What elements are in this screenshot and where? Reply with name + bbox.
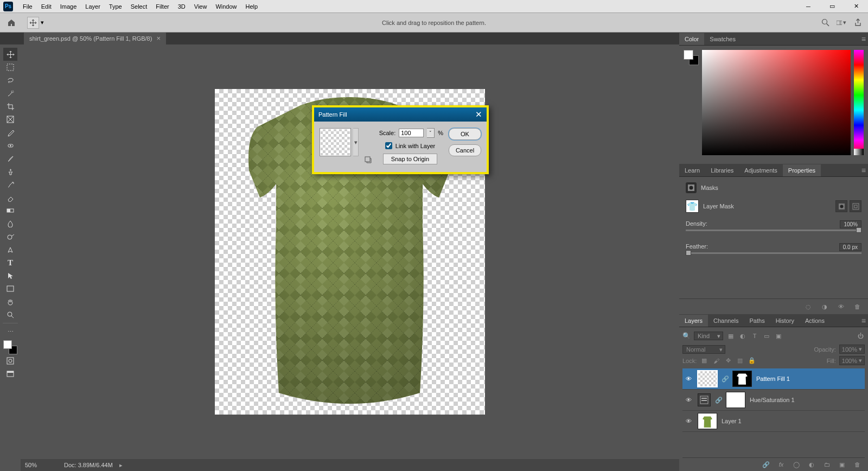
layer-name[interactable]: Layer 1	[722, 418, 742, 424]
edit-toolbar-icon[interactable]: ⋯	[3, 325, 17, 338]
workspace-icon[interactable]: ▾	[837, 18, 846, 28]
filter-type-icon[interactable]: T	[750, 332, 759, 340]
menu-layer[interactable]: Layer	[81, 0, 105, 13]
tab-adjustments[interactable]: Adjustments	[739, 164, 783, 176]
menu-select[interactable]: Select	[126, 0, 152, 13]
menu-image[interactable]: Image	[56, 0, 81, 13]
tab-swatches[interactable]: Swatches	[704, 33, 741, 45]
lock-trans-icon[interactable]: ▩	[700, 357, 709, 365]
fill-value[interactable]: 100%▾	[839, 356, 865, 365]
gradient-tool[interactable]	[3, 204, 17, 217]
tab-color[interactable]: Color	[679, 33, 704, 45]
filter-shape-icon[interactable]: ▭	[762, 332, 771, 340]
visibility-icon[interactable]: 👁	[684, 418, 693, 424]
blend-mode-select[interactable]: Normal	[682, 345, 725, 354]
dialog-titlebar[interactable]: Pattern Fill ✕	[314, 107, 487, 122]
type-tool[interactable]: T	[3, 256, 17, 269]
menu-type[interactable]: Type	[105, 0, 126, 13]
mask-thumb[interactable]	[726, 392, 745, 408]
marquee-tool[interactable]	[3, 61, 17, 74]
dialog-close-icon[interactable]: ✕	[475, 110, 482, 119]
doc-info[interactable]: Doc: 3.89M/6.44M	[64, 462, 113, 468]
lasso-tool[interactable]	[3, 74, 17, 87]
screenmode-icon[interactable]	[3, 367, 17, 380]
brush-tool[interactable]	[3, 152, 17, 165]
layer-name[interactable]: Hue/Saturation 1	[750, 397, 795, 403]
tool-preset-dropdown[interactable]: ▾	[41, 19, 44, 26]
tab-learn[interactable]: Learn	[679, 164, 705, 176]
dodge-tool[interactable]	[3, 230, 17, 243]
layer-name[interactable]: Pattern Fill 1	[756, 375, 790, 382]
doc-info-chevron-icon[interactable]: ▸	[119, 462, 123, 469]
frame-tool[interactable]	[3, 113, 17, 126]
tab-actions[interactable]: Actions	[800, 315, 830, 327]
window-close-button[interactable]: ✕	[844, 1, 868, 12]
ok-button[interactable]: OK	[449, 128, 481, 140]
opacity-value[interactable]: 100%▾	[839, 345, 865, 354]
quickmask-icon[interactable]	[3, 354, 17, 367]
invert-mask-icon[interactable]: ◑	[820, 302, 829, 311]
clone-tool[interactable]	[3, 165, 17, 178]
filter-smart-icon[interactable]: ▣	[774, 332, 783, 340]
blur-tool[interactable]	[3, 217, 17, 230]
snap-to-origin-button[interactable]: Snap to Origin	[383, 154, 437, 164]
layer-mask-thumb[interactable]: 👕	[686, 200, 699, 213]
history-brush-tool[interactable]	[3, 178, 17, 191]
fx-icon[interactable]: fx	[777, 460, 786, 469]
share-icon[interactable]	[853, 18, 863, 28]
new-group-icon[interactable]: 🗀	[822, 460, 831, 469]
tab-paths[interactable]: Paths	[744, 315, 770, 327]
quick-select-tool[interactable]	[3, 87, 17, 100]
color-fg-bg[interactable]	[684, 50, 699, 65]
scale-input[interactable]	[399, 129, 424, 137]
new-layer-icon[interactable]: ▣	[838, 460, 846, 469]
rectangle-tool[interactable]	[3, 282, 17, 295]
mask-thumb[interactable]	[732, 371, 752, 387]
menu-file[interactable]: File	[18, 0, 37, 13]
hue-slider[interactable]	[854, 50, 864, 155]
pattern-picker-dropdown[interactable]: ▾	[353, 128, 359, 156]
layer-row-layer1[interactable]: 👁 Layer 1	[682, 411, 865, 432]
move-tool-options-icon[interactable]	[27, 17, 39, 29]
eraser-tool[interactable]	[3, 191, 17, 204]
zoom-level[interactable]: 50%	[25, 462, 54, 468]
menu-help[interactable]: Help	[241, 0, 263, 13]
eyedropper-tool[interactable]	[3, 126, 17, 139]
filter-adjust-icon[interactable]: ◐	[738, 332, 747, 340]
adjustment-thumb[interactable]	[698, 393, 711, 406]
panel-menu-icon[interactable]: ≡	[861, 35, 866, 43]
home-icon[interactable]	[5, 17, 17, 29]
create-pattern-icon[interactable]	[364, 156, 372, 163]
link-layers-icon[interactable]: 🔗	[762, 460, 770, 469]
menu-view[interactable]: View	[190, 0, 212, 13]
menu-filter[interactable]: Filter	[151, 0, 173, 13]
path-select-tool[interactable]	[3, 269, 17, 282]
scale-dropdown[interactable]: ˅	[427, 128, 435, 138]
visibility-icon[interactable]: 👁	[684, 375, 693, 382]
add-mask-icon[interactable]: ◯	[792, 460, 801, 469]
lock-nest-icon[interactable]: ▥	[736, 357, 744, 365]
lock-pos-icon[interactable]: ✥	[724, 357, 732, 365]
color-field[interactable]	[702, 50, 851, 155]
lock-paint-icon[interactable]: 🖌	[712, 357, 720, 365]
pixel-mask-button[interactable]	[835, 200, 847, 212]
cancel-button[interactable]: Cancel	[449, 144, 481, 156]
search-icon[interactable]	[820, 18, 830, 28]
delete-mask-icon[interactable]: 🗑	[853, 302, 861, 311]
tab-libraries[interactable]: Libraries	[705, 164, 739, 176]
tab-properties[interactable]: Properties	[783, 164, 821, 176]
window-minimize-button[interactable]: ─	[796, 1, 820, 12]
move-tool[interactable]	[3, 48, 17, 61]
zoom-tool[interactable]	[3, 308, 17, 321]
tab-channels[interactable]: Channels	[708, 315, 744, 327]
menu-edit[interactable]: Edit	[37, 0, 56, 13]
vector-mask-button[interactable]	[850, 200, 861, 212]
delete-layer-icon[interactable]: 🗑	[853, 460, 861, 469]
link-with-layer-checkbox[interactable]	[385, 142, 392, 149]
layer-thumb[interactable]	[698, 371, 717, 387]
close-document-icon[interactable]: ×	[156, 34, 161, 42]
lock-all-icon[interactable]: 🔒	[748, 357, 756, 365]
pattern-preview[interactable]	[320, 128, 351, 156]
tab-layers[interactable]: Layers	[679, 315, 708, 327]
window-maximize-button[interactable]: ▭	[820, 1, 844, 12]
